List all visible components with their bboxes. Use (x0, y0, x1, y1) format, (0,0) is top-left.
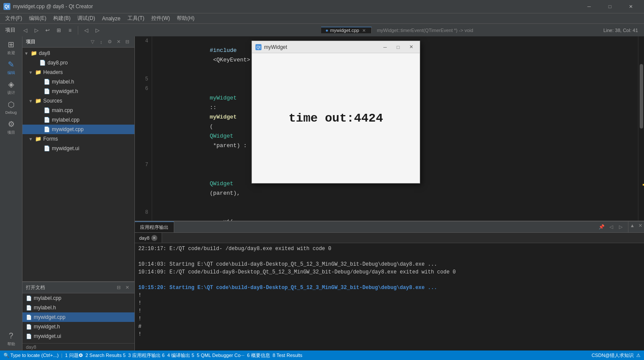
dialog-close-btn[interactable]: ✕ (406, 43, 416, 51)
menu-tools[interactable]: 工具(T) (124, 14, 148, 23)
mywidget-dialog[interactable]: Qt myWidget ─ □ ✕ time out:4424 (252, 41, 420, 183)
output-pin-btn[interactable]: 📌 (598, 223, 606, 231)
output-line-7: ! (138, 292, 641, 299)
open-files-close-btn[interactable]: ✕ (123, 284, 131, 292)
editor-content[interactable]: 4 #include <QKeyEvent> 5 6 (135, 36, 644, 221)
project-icon: ⚙ (8, 119, 15, 129)
status-overview[interactable]: 6 概要信息 (247, 352, 270, 359)
project-close-btn[interactable]: ✕ (115, 38, 122, 46)
line-fold-8[interactable]: ▼ (152, 208, 159, 221)
tree-label-headers: Headers (43, 69, 133, 75)
sidebar-welcome-label: 欢迎 (7, 50, 15, 56)
project-expand-btn[interactable]: ⊟ (123, 38, 131, 46)
tree-item-day8pro[interactable]: 📄 day8.pro (22, 58, 134, 68)
open-file-mywidgeth[interactable]: 📄 mywidget.h (22, 322, 134, 331)
tree-item-maincpp[interactable]: 📄 main.cpp (22, 106, 134, 115)
open-files-expand-btn[interactable]: ⊟ (115, 284, 122, 292)
line-number-4: 4 (135, 36, 152, 74)
output-sub-tabs: day8 ✕ (135, 233, 644, 243)
sidebar-edit-label: 编辑 (7, 70, 15, 76)
tree-item-mylabelh[interactable]: 📄 mylabel.h (22, 77, 134, 87)
output-sub-tab-day8-label: day8 (139, 235, 150, 241)
toolbar-back[interactable]: ◁ (20, 25, 30, 35)
sidebar-icons: ⊞ 欢迎 ✎ 编辑 ◈ 设计 ⬡ Debug ⚙ 项目 ? 帮助 (0, 36, 22, 350)
line-fold-6 (152, 84, 159, 160)
open-file-mywidgetui[interactable]: 📄 mywidget.ui (22, 331, 134, 341)
dialog-minimize-btn[interactable]: ─ (380, 43, 390, 51)
bottom-panel-expand-btn[interactable]: ▲ (628, 222, 636, 229)
sidebar-welcome[interactable]: ⊞ 欢迎 (2, 38, 21, 57)
tree-item-forms[interactable]: ▼ 📁 Forms (22, 134, 134, 144)
menu-help[interactable]: 帮助(H) (173, 14, 198, 23)
tree-label-sources: Sources (43, 98, 133, 104)
tree-item-mywidgetui[interactable]: 📄 mywidget.ui (22, 144, 134, 153)
code-token: QWidget (210, 133, 233, 139)
bottom-panel-close-btn[interactable]: ✕ (636, 222, 644, 229)
bottom-tab-output[interactable]: 应用程序输出 (135, 222, 174, 232)
status-search-results[interactable]: 2 Search Results 5 (86, 353, 126, 358)
open-file-label-mylabelh: mylabel.h (34, 305, 56, 311)
tab-close-button[interactable]: ✕ (361, 27, 367, 33)
project-filter-btn[interactable]: ▽ (89, 38, 96, 46)
toolbar-nav-prev[interactable]: ◁ (81, 25, 91, 35)
tree-arrow-forms: ▼ (29, 137, 35, 141)
code-token: <QKeyEvent> (210, 57, 250, 63)
tree-item-sources[interactable]: ▼ 📁 Sources (22, 96, 134, 106)
menu-edit[interactable]: 编辑(E) (26, 14, 50, 23)
status-qml-debugger[interactable]: 5 QML Debugger Co··· (197, 353, 244, 358)
tree-item-mylabelcpp[interactable]: 📄 mylabel.cpp (22, 115, 134, 125)
sidebar-debug[interactable]: ⬡ Debug (2, 98, 21, 117)
close-button[interactable]: ✕ (621, 0, 641, 13)
dialog-display-text: time out:4424 (289, 112, 383, 125)
tab-mywidget-cpp[interactable]: ● mywidget.cpp ✕ (321, 27, 372, 33)
toolbar-nav-next[interactable]: ▷ (92, 25, 102, 35)
tree-arrow-day8: ▼ (24, 51, 30, 56)
menu-debug[interactable]: 调试(D) (74, 14, 99, 23)
toolbar-btn3[interactable]: ≡ (65, 25, 75, 35)
output-sub-tab-day8[interactable]: day8 ✕ (135, 233, 162, 243)
tree-item-mywidgetcpp[interactable]: 📄 mywidget.cpp (22, 125, 134, 134)
tree-arrow-sources: ▼ (29, 99, 35, 103)
menu-build[interactable]: 构建(B) (50, 14, 74, 23)
editor-scrollbar[interactable] (638, 36, 644, 221)
sidebar-edit[interactable]: ✎ 编辑 (2, 58, 21, 77)
tree-item-mywidgeth[interactable]: 📄 mywidget.h (22, 87, 134, 96)
project-sync-btn[interactable]: ↕ (97, 38, 105, 46)
minimize-button[interactable]: ─ (579, 0, 599, 13)
project-settings-btn[interactable]: ⚙ (106, 38, 114, 46)
output-sub-tab-day8-close[interactable]: ✕ (151, 235, 157, 241)
open-files-project-name: day8 (26, 344, 36, 350)
status-search-input[interactable]: 🔍 Type to locate (Ctrl+...) (3, 353, 59, 358)
toolbar-btn2[interactable]: ⊞ (54, 25, 64, 35)
open-file-mylabelh[interactable]: 📄 mylabel.h (22, 303, 134, 312)
status-search-text: Type to locate (Ctrl+...) (10, 353, 59, 358)
warning-icon: ⚠ (636, 353, 641, 358)
editor-bottom-container: 4 #include <QKeyEvent> 5 6 (135, 36, 644, 350)
menu-file[interactable]: 文件(F) (2, 14, 26, 23)
menu-analyze[interactable]: Analyze (99, 15, 124, 22)
status-app-output[interactable]: 3 应用程序输出 6 (128, 352, 165, 359)
output-prev-btn[interactable]: ◁ (607, 223, 615, 231)
status-test-results[interactable]: 8 Test Results (273, 353, 303, 358)
menu-controls[interactable]: 控件(W) (148, 14, 173, 23)
maximize-button[interactable]: □ (600, 0, 620, 13)
open-file-mywidgetcpp[interactable]: 📄 mywidget.cpp (22, 312, 134, 322)
bottom-tabs: 应用程序输出 📌 ◁ ▷ ▲ ✕ (135, 222, 644, 233)
editor-area[interactable]: 4 #include <QKeyEvent> 5 6 (135, 36, 644, 221)
tree-item-day8[interactable]: ▼ 📁 day8 (22, 48, 134, 58)
sidebar-project-label: 项目 (7, 130, 15, 135)
tree-item-headers[interactable]: ▼ 📁 Headers (22, 68, 134, 77)
dialog-maximize-btn[interactable]: □ (393, 43, 403, 51)
output-next-btn[interactable]: ▷ (617, 223, 625, 231)
sidebar-help[interactable]: ? 帮助 (2, 330, 21, 349)
open-file-mylabelcpp[interactable]: 📄 mylabel.cpp (22, 293, 134, 303)
sidebar-project[interactable]: ⚙ 项目 (2, 118, 21, 137)
toolbar-btn1[interactable]: ↩ (42, 25, 53, 35)
folder-icon-sources: 📁 (35, 97, 41, 104)
dialog-title-bar: Qt myWidget ─ □ ✕ (252, 41, 420, 53)
toolbar-forward[interactable]: ▷ (31, 25, 41, 35)
status-problems[interactable]: 1 问题❹ (65, 352, 83, 359)
status-compile-output[interactable]: 4 编译输出 5 (167, 352, 194, 359)
sidebar-design[interactable]: ◈ 设计 (2, 78, 21, 97)
output-line-10: ! (138, 315, 641, 323)
